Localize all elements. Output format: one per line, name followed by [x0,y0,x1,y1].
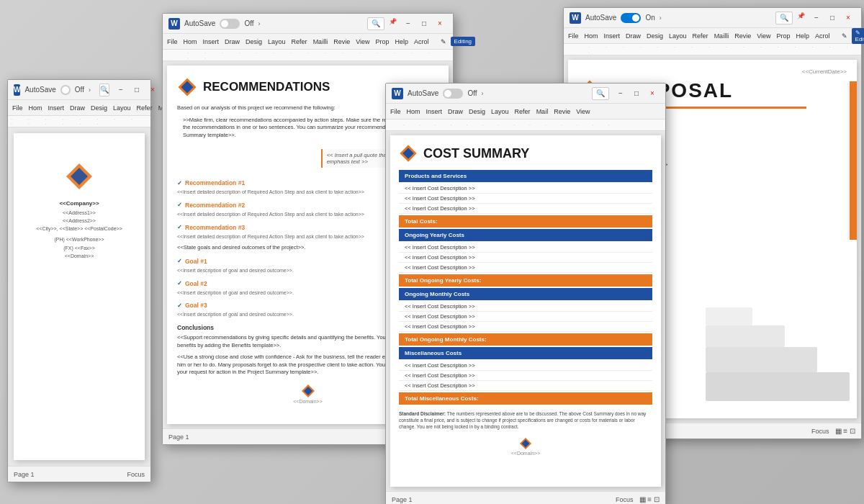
autosave-toggle-3[interactable] [443,89,463,99]
ribbon-review-4[interactable]: Revie [734,32,751,40]
title-bar-4: W AutoSave On › 🔍 📌 − □ × [564,8,861,28]
ribbon-prop-2[interactable]: Prop [376,38,390,45]
ribbon-draw-2[interactable]: Draw [225,38,240,45]
domain-footer-3: <<Domain>> [399,437,652,456]
ribbon-1: File Hom Insert Draw Desig Layou Refer M… [8,100,150,116]
ribbon-home-4[interactable]: Hom [585,32,598,40]
minimize-btn-1[interactable]: − [114,84,128,96]
footer-logo-3 [519,437,532,450]
ribbon-view-2[interactable]: View [356,38,369,45]
ribbon-acro-4[interactable]: Acrol [815,32,830,40]
page-label-2: Page 1 [168,433,189,441]
page-label-3: Page 1 [392,496,413,503]
ribbon-mail-2[interactable]: Mailli [313,38,328,45]
maximize-btn-3[interactable]: □ [629,88,644,99]
ribbon-file-2[interactable]: File [167,38,178,45]
window-cost-summary: W AutoSave Off › 🔍 − □ × File Hom Insert… [385,83,666,504]
ribbon-ref-4[interactable]: Refer [693,32,708,40]
ribbon-insert-2[interactable]: Insert [203,38,220,45]
autosave-toggle-4[interactable] [621,13,641,23]
focus-label-4: Focus [811,428,829,435]
rec-title: RECOMMENDATIONS [203,80,330,94]
minimize-btn-2[interactable]: − [401,18,415,30]
autosave-toggle-1[interactable] [60,85,71,95]
status-right-3: Focus ▦ ≡ ⊡ [616,495,660,503]
ribbon-draw-3[interactable]: Draw [448,108,463,115]
maximize-btn-2[interactable]: □ [417,18,431,30]
ribbon-help-4[interactable]: Help [796,32,810,40]
ribbon-home-1[interactable]: Hom [29,104,42,112]
maximize-btn-1[interactable]: □ [130,84,144,96]
ribbon-home-2[interactable]: Hom [184,38,197,45]
ribbon-ref-1[interactable]: Refer [137,104,153,112]
cost-disclaimer: Standard Disclaimer: The numbers represe… [399,410,652,430]
ribbon-design-4[interactable]: Desig [647,32,663,40]
close-btn-2[interactable]: × [433,18,447,30]
ribbon-acro-2[interactable]: Acrol [414,38,429,45]
autosave-toggle-2[interactable] [220,19,240,29]
ruler-1: · · · · · · · · · · · · · · [8,116,150,127]
cost-row10: << Insert Cost Description >> [399,361,652,371]
page-label-1: Page 1 [14,471,35,478]
svg-rect-19 [706,307,752,325]
ribbon-insert-4[interactable]: Insert [604,32,621,40]
word-icon-2: W [168,18,180,30]
status-right-4: Focus ▦ ≡ ⊡ [811,427,855,435]
search-icon-4[interactable]: 🔍 [775,12,793,24]
autosave-off-2: Off [244,19,253,27]
ruler-3: · · · · · · · · · · · · · · [386,120,665,131]
title-bar-1: W AutoSave Off › 🔍 − □ × [8,80,150,100]
ribbon-help-2[interactable]: Help [395,38,409,45]
ribbon-design-2[interactable]: Desig [246,38,262,45]
search-icon-2[interactable]: 🔍 [367,17,384,30]
minimize-btn-3[interactable]: − [613,88,628,99]
ribbon-layout-4[interactable]: Layou [669,32,687,40]
title-bar-3: W AutoSave Off › 🔍 − □ × [386,84,665,104]
search-icon-1[interactable]: 🔍 [99,84,109,96]
maximize-btn-4[interactable]: □ [825,12,840,24]
ribbon-view-3[interactable]: View [576,108,590,115]
pin-icon-4: 📌 [797,12,805,24]
ribbon-file-4[interactable]: File [568,32,579,40]
cost-row8: << Insert Cost Description >> [399,312,652,322]
ribbon-draw-1[interactable]: Draw [70,104,85,112]
autosave-label-4: AutoSave [585,14,616,22]
close-btn-1[interactable]: × [145,84,160,96]
current-date: <<CurrentDate>> [578,68,847,75]
ribbon-home-3[interactable]: Hom [407,108,420,115]
total-misc-label: Total Miscellaneous Costs: [399,392,652,405]
ribbon-ref-3[interactable]: Refer [515,108,531,115]
ribbon-ref-2[interactable]: Refer [292,38,307,45]
ribbon-file-3[interactable]: File [390,108,401,115]
svg-rect-17 [706,347,817,372]
ribbon-review-2[interactable]: Revie [333,38,350,45]
ribbon-insert-1[interactable]: Insert [48,104,65,112]
close-btn-3[interactable]: × [645,88,660,99]
title-bar-2: W AutoSave Off › 🔍 📌 − □ × [163,14,453,34]
ribbon-layout-1[interactable]: Layou [113,104,131,112]
close-btn-4[interactable]: × [841,12,855,24]
ribbon-review-3[interactable]: Revie [554,108,570,115]
ribbon-mail-3[interactable]: Mail [536,108,549,115]
doc-page-3: COST SUMMARY Products and Services << In… [390,135,661,487]
ribbon-design-3[interactable]: Desig [469,108,485,115]
total-yearly-label: Total Ongoing Yearly Costs: [399,274,652,287]
ribbon-layout-3[interactable]: Layou [491,108,509,115]
ribbon-prop-4[interactable]: Prop [777,32,791,40]
ribbon-design-1[interactable]: Desig [91,104,107,112]
logo-icon-1 [65,162,94,191]
win-buttons-1: − □ × [114,84,160,96]
pencil-icon-2: ✎ [441,38,446,45]
ribbon-draw-4[interactable]: Draw [626,32,641,40]
word-icon-3: W [392,88,403,99]
minimize-btn-4[interactable]: − [809,12,824,24]
editing-group-2: ✎ Editing [441,37,475,46]
cost-row1: << Insert Cost Description >> [399,184,652,194]
status-right-1: Focus [127,471,145,478]
ribbon-file-1[interactable]: File [12,104,23,112]
ribbon-insert-3[interactable]: Insert [426,108,443,115]
ribbon-mail-4[interactable]: Mailli [714,32,729,40]
ribbon-layout-2[interactable]: Layou [268,38,286,45]
search-icon-3[interactable]: 🔍 [592,87,609,100]
ribbon-view-4[interactable]: View [757,32,770,40]
